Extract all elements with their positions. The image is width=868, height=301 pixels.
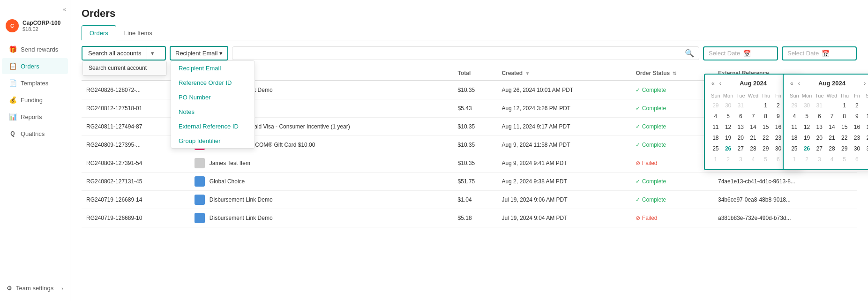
col-total[interactable]: Total: [453, 66, 497, 81]
cal-day[interactable]: 6: [734, 111, 747, 121]
cal-day[interactable]: 31: [734, 100, 747, 111]
cal-day[interactable]: [747, 100, 759, 111]
cal-2-prev-btn[interactable]: ‹: [796, 79, 802, 88]
sidebar-item-funding[interactable]: 💰 Funding: [2, 92, 68, 108]
option-recipient-email[interactable]: Recipient Email: [171, 61, 254, 75]
cal-day[interactable]: 20: [813, 133, 825, 143]
sidebar-item-qualtrics[interactable]: Q Qualtrics: [2, 126, 68, 142]
cal-day[interactable]: 29: [760, 143, 772, 154]
sidebar-item-orders[interactable]: 📋 Orders: [2, 58, 68, 74]
search-current-account-option[interactable]: Search current account: [83, 61, 166, 75]
cal-day[interactable]: 1: [838, 100, 851, 111]
option-po-number[interactable]: PO Number: [171, 90, 254, 105]
cal-day[interactable]: 10: [863, 111, 868, 121]
cal-day[interactable]: 31: [813, 100, 825, 111]
cal-2-next-btn[interactable]: ›: [862, 79, 868, 88]
cal-day[interactable]: 21: [826, 133, 838, 143]
cal-day[interactable]: 7: [863, 154, 868, 165]
tab-orders[interactable]: Orders: [82, 25, 116, 40]
cal-day-today[interactable]: 26: [801, 143, 813, 154]
cal-day[interactable]: 18: [788, 133, 801, 143]
date-picker-2[interactable]: Select Date 📅 « ‹ Aug 2024 › » Sun: [782, 46, 857, 60]
cal-1-prev-prev-btn[interactable]: «: [710, 79, 717, 88]
cal-day[interactable]: 16: [851, 122, 863, 132]
option-group-identifier[interactable]: Group Identifier: [171, 134, 254, 148]
cal-day[interactable]: 1: [710, 154, 722, 165]
cal-day[interactable]: 1: [760, 100, 772, 111]
cal-day[interactable]: 18: [710, 133, 722, 143]
cal-day[interactable]: 6: [851, 154, 863, 165]
cal-day[interactable]: 5: [760, 154, 772, 165]
cal-day[interactable]: 4: [788, 111, 801, 121]
option-external-reference-id[interactable]: External Reference ID: [171, 119, 254, 134]
cal-day[interactable]: 11: [788, 122, 801, 132]
option-notes[interactable]: Notes: [171, 105, 254, 119]
col-created[interactable]: Created ▼: [497, 66, 631, 81]
cal-day[interactable]: [826, 100, 838, 111]
cal-day[interactable]: 15: [760, 122, 772, 132]
cal-day[interactable]: 13: [734, 122, 747, 132]
search-all-accounts-dropdown[interactable]: Search all accounts ▾ Search current acc…: [82, 46, 166, 60]
cal-day[interactable]: 4: [710, 111, 722, 121]
cal-day[interactable]: 31: [863, 143, 868, 154]
cal-day[interactable]: 11: [710, 122, 722, 132]
cal-day[interactable]: 19: [722, 133, 734, 143]
search-text-input[interactable]: [237, 50, 685, 57]
cal-day[interactable]: 21: [747, 133, 759, 143]
cal-day[interactable]: 6: [813, 111, 825, 121]
recipient-email-filter[interactable]: Recipient Email ▾ Recipient Email Refere…: [170, 46, 228, 60]
cal-day[interactable]: 2: [801, 154, 813, 165]
cal-day[interactable]: 5: [838, 154, 851, 165]
cal-day[interactable]: 28: [747, 143, 759, 154]
cal-day[interactable]: 4: [747, 154, 759, 165]
cal-day[interactable]: 7: [747, 111, 759, 121]
sidebar-item-reports[interactable]: 📊 Reports: [2, 109, 68, 125]
cal-day[interactable]: 15: [838, 122, 851, 132]
cal-2-prev-prev-btn[interactable]: «: [788, 79, 795, 88]
cal-1-prev-btn[interactable]: ‹: [718, 79, 723, 88]
cal-day[interactable]: 14: [826, 122, 838, 132]
cal-day[interactable]: 28: [826, 143, 838, 154]
cal-day[interactable]: 3: [813, 154, 825, 165]
cal-day[interactable]: 30: [851, 143, 863, 154]
cal-day[interactable]: 2: [851, 100, 863, 111]
col-order-status[interactable]: Order Status ⇅: [631, 66, 713, 81]
cal-day[interactable]: 27: [734, 143, 747, 154]
cal-day[interactable]: 23: [851, 133, 863, 143]
cal-day[interactable]: 12: [801, 122, 813, 132]
cal-day[interactable]: 25: [788, 143, 801, 154]
cal-day[interactable]: 19: [801, 133, 813, 143]
cal-day[interactable]: 24: [863, 133, 868, 143]
cal-day[interactable]: 2: [722, 154, 734, 165]
cal-day[interactable]: 3: [863, 100, 868, 111]
cal-day[interactable]: 5: [722, 111, 734, 121]
cal-day[interactable]: 29: [838, 143, 851, 154]
sidebar-item-templates[interactable]: 📄 Templates: [2, 75, 68, 91]
option-reference-order-id[interactable]: Reference Order ID: [171, 75, 254, 90]
sidebar-team-settings[interactable]: ⚙ Team settings ›: [0, 281, 70, 295]
cal-day[interactable]: 8: [838, 111, 851, 121]
cal-day[interactable]: 14: [747, 122, 759, 132]
cal-day[interactable]: 8: [760, 111, 772, 121]
cal-day[interactable]: 12: [722, 122, 734, 132]
cal-day[interactable]: 22: [838, 133, 851, 143]
sidebar-collapse-icon[interactable]: «: [63, 6, 66, 13]
cal-day[interactable]: 4: [826, 154, 838, 165]
search-dropdown-arrow[interactable]: ▾: [147, 47, 158, 60]
search-icon[interactable]: 🔍: [685, 49, 694, 58]
cal-day[interactable]: 20: [734, 133, 747, 143]
cal-day[interactable]: 7: [826, 111, 838, 121]
cal-day[interactable]: 22: [760, 133, 772, 143]
cal-day[interactable]: 30: [722, 100, 734, 111]
cal-day[interactable]: 30: [801, 100, 813, 111]
cal-day[interactable]: 27: [813, 143, 825, 154]
cal-day[interactable]: 3: [734, 154, 747, 165]
cal-day[interactable]: 29: [788, 100, 801, 111]
cal-day-today[interactable]: 26: [722, 143, 734, 154]
cal-day[interactable]: 25: [710, 143, 722, 154]
tab-line-items[interactable]: Line Items: [116, 25, 160, 40]
sidebar-item-send-rewards[interactable]: 🎁 Send rewards: [2, 41, 68, 57]
cal-day[interactable]: 13: [813, 122, 825, 132]
cal-day[interactable]: 5: [801, 111, 813, 121]
cal-day[interactable]: 1: [788, 154, 801, 165]
